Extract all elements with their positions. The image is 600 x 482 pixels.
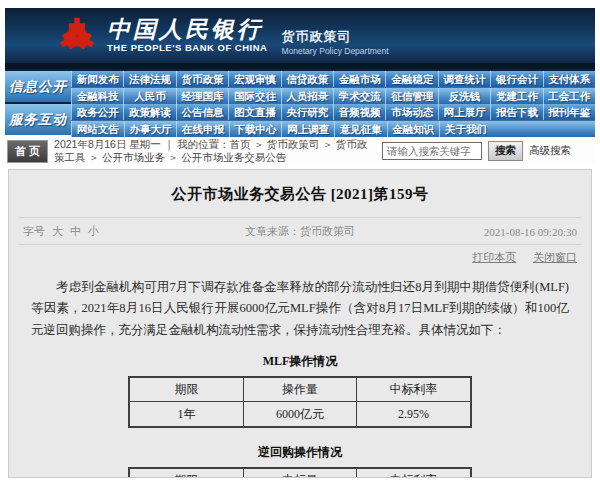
column-header: 期限 [129,468,243,478]
nav-item-international[interactable]: 国际交往 [228,88,280,104]
table-cell: 2.95% [357,402,471,427]
nav-item-announcements[interactable]: 公告信息 [176,104,228,120]
nav-label-information[interactable]: 信息公开 [5,71,71,102]
close-window-link[interactable]: 关闭窗口 [533,251,577,263]
nav-item-financial-knowledge[interactable]: 金融知识 [387,121,440,137]
nav-item-financial-market[interactable]: 金融市场 [333,71,385,87]
breadcrumb: 2021年8月16日 星期一 ｜ 我的位置：首页 ＞ 货币政策司 ＞ 货币政策工… [54,138,376,164]
nav-filler [492,121,544,137]
mlf-operations-table: 期限 操作量 中标利率 1年 6000亿元 2.95% [128,376,471,428]
table-row: 1年 6000亿元 2.95% [129,402,470,427]
nav-item-financial-stability[interactable]: 金融稳定 [385,71,437,87]
department-name-en: Monetary Policy Department [281,46,388,56]
nav-item-feedback[interactable]: 意见征集 [334,121,387,137]
print-page-link[interactable]: 打印本页 [472,251,516,263]
nav-section-services: 服务互动 政务公开 政策解读 公告信息 图文直播 央行研究 音频视频 市场动态 … [5,102,595,135]
bank-name-cn: 中国人民银行 [107,18,267,42]
nav-section-information: 信息公开 新闻发布 法律法规 货币政策 宏观审慎 信贷政策 金融市场 金融稳定 … [5,69,595,102]
advanced-search-link[interactable]: 高级搜索 [529,144,571,158]
search-button[interactable]: 搜索 [488,141,523,161]
breadcrumb-link-trade-announcements[interactable]: 公开市场业务交易公告 [181,151,286,163]
nav-item-treasury[interactable]: 经理国库 [176,88,228,104]
nav-row: 政务公开 政策解读 公告信息 图文直播 央行研究 音频视频 市场动态 网上展厅 … [71,104,595,121]
publish-datetime: 2021-08-16 09:20:30 [404,226,577,238]
column-header: 中标利率 [357,377,471,402]
nav-item-bank-accounting[interactable]: 银行会计 [490,71,542,87]
nav-item-service-hall[interactable]: 办事大厅 [124,121,177,137]
nav-row: 网站文告 办事大厅 在线申报 下载中心 网上调查 意见征集 金融知识 关于我们 [71,121,595,137]
nav-item-yearbook[interactable]: 报刊年鉴 [543,104,595,120]
nav-item-online-filing[interactable]: 在线申报 [176,121,229,137]
nav-label-services[interactable]: 服务互动 [5,104,71,135]
nav-item-about-us[interactable]: 关于我们 [439,121,492,137]
department-name-cn: 货币政策司 [281,28,388,46]
nav-item-online-gallery[interactable]: 网上展厅 [438,104,490,120]
breadcrumb-bar: 首 页 2021年8月16日 星期一 ｜ 我的位置：首页 ＞ 货币政策司 ＞ 货… [5,135,595,165]
breadcrumb-link-monetary-dept[interactable]: 货币政策司 [267,138,320,150]
nav-item-statistics[interactable]: 调查统计 [438,71,490,87]
nav-item-anti-money-laundering[interactable]: 反洗钱 [438,88,490,104]
nav-item-download-center[interactable]: 下载中心 [229,121,282,137]
nav-filler [543,121,595,137]
nav-item-report-download[interactable]: 报告下载 [490,104,542,120]
source-label: 文章来源： [245,225,300,237]
table-cell: 6000亿元 [243,402,357,427]
pboc-emblem-icon [57,15,97,57]
location-label: 我的位置：首页 [177,138,251,150]
font-size-label: 字号 [23,224,45,239]
nav-item-gov-disclosure[interactable]: 政务公开 [71,104,123,120]
source-value: 货币政策司 [300,225,355,237]
breadcrumb-link-open-market[interactable]: 公开市场业务 [102,151,165,163]
font-size-medium[interactable]: 中 [70,224,81,239]
article-paragraph: 考虑到金融机构可用7月下调存款准备金率释放的部分流动性归还8月到期中期借贷便利(… [31,277,569,341]
reverse-repo-table: 期限 中标量 中标利率 7天 100亿元 2.20% [128,467,471,478]
nav-row: 金融科技 人民币 经理国库 国际交往 人员招录 学术交流 征信管理 反洗钱 党建… [71,88,595,104]
nav-item-research[interactable]: 央行研究 [281,104,333,120]
column-header: 操作量 [243,377,357,402]
nav-item-live-broadcast[interactable]: 图文直播 [228,104,280,120]
table-cell: 1年 [129,402,243,427]
mlf-table-title: MLF操作情况 [9,353,591,370]
article-panel: 公开市场业务交易公告 [2021]第159号 字号 大 中 小 文章来源：货币政… [8,169,592,478]
nav-item-news[interactable]: 新闻发布 [71,71,123,87]
search-input[interactable] [382,142,482,160]
nav-item-online-survey[interactable]: 网上调查 [281,121,334,137]
nav-item-renminbi[interactable]: 人民币 [123,88,175,104]
nav-item-party-building[interactable]: 党建工作 [490,88,542,104]
font-size-small[interactable]: 小 [88,224,99,239]
nav-item-academic[interactable]: 学术交流 [333,88,385,104]
home-button[interactable]: 首 页 [7,140,48,163]
column-header: 中标量 [243,468,357,478]
nav-item-recruitment[interactable]: 人员招录 [281,88,333,104]
nav-item-macroprudential[interactable]: 宏观审慎 [228,71,280,87]
nav-item-credit-info[interactable]: 征信管理 [385,88,437,104]
nav-item-policy-interpretation[interactable]: 政策解读 [123,104,175,120]
nav-item-website-notices[interactable]: 网站文告 [71,121,124,137]
nav-item-credit-policy[interactable]: 信贷政策 [281,71,333,87]
bank-name-en: THE PEOPLE'S BANK OF CHINA [107,42,267,53]
page-title: 公开市场业务交易公告 [2021]第159号 [9,170,591,217]
column-header: 中标利率 [357,468,471,478]
date-text: 2021年8月16日 星期一 [54,138,161,150]
nav-item-labor-union[interactable]: 工会工作 [543,88,595,104]
nav-item-market-trends[interactable]: 市场动态 [385,104,437,120]
article-actions: 打印本页 关闭窗口 [9,245,591,268]
nav-item-payment-system[interactable]: 支付体系 [543,71,595,87]
banner-bottom-strip [5,63,595,69]
repo-table-title: 逆回购操作情况 [9,444,591,461]
column-header: 期限 [129,377,243,402]
nav-item-monetary-policy[interactable]: 货币政策 [176,71,228,87]
header-banner: 中国人民银行 THE PEOPLE'S BANK OF CHINA 货币政策司 … [5,8,595,69]
pboc-page: 中国人民银行 THE PEOPLE'S BANK OF CHINA 货币政策司 … [5,8,595,478]
nav-item-laws[interactable]: 法律法规 [123,71,175,87]
nav-item-audio-video[interactable]: 音频视频 [333,104,385,120]
nav-item-fintech[interactable]: 金融科技 [71,88,123,104]
font-size-large[interactable]: 大 [52,224,63,239]
article-meta: 字号 大 中 小 文章来源：货币政策司 2021-08-16 09:20:30 [9,218,591,244]
nav-row: 新闻发布 法律法规 货币政策 宏观审慎 信贷政策 金融市场 金融稳定 调查统计 … [71,71,595,88]
